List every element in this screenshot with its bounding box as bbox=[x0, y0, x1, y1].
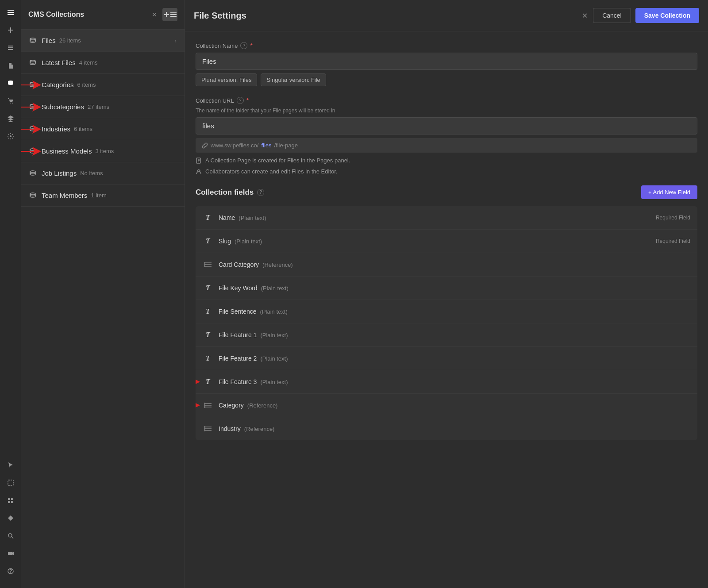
collection-url-label: Collection URL ? * bbox=[196, 97, 697, 104]
collection-fields-help-icon[interactable]: ? bbox=[257, 189, 264, 196]
collection-name: Job Listings bbox=[42, 169, 77, 177]
collection-item[interactable]: Business Models 3 items bbox=[21, 140, 185, 162]
field-type: (Plain text) bbox=[261, 285, 289, 292]
cancel-button[interactable]: Cancel bbox=[593, 8, 631, 23]
page-icon[interactable] bbox=[3, 58, 19, 73]
cart-icon[interactable] bbox=[3, 93, 19, 109]
database-icon[interactable] bbox=[3, 75, 19, 91]
logo-icon[interactable] bbox=[3, 4, 19, 20]
collection-name-help-icon[interactable]: ? bbox=[240, 42, 247, 49]
collection-count: 26 items bbox=[59, 37, 81, 44]
settings-close-button[interactable]: ✕ bbox=[582, 12, 588, 20]
field-type-reference-icon bbox=[203, 423, 213, 434]
required-badge: Required Field bbox=[656, 238, 690, 244]
field-type-text-icon: T bbox=[203, 330, 213, 340]
field-name: Category bbox=[219, 402, 244, 409]
add-new-field-button[interactable]: + Add New Field bbox=[641, 185, 697, 199]
field-type: (Plain text) bbox=[260, 308, 288, 315]
collection-name: Categories bbox=[42, 81, 74, 88]
cursor-icon[interactable] bbox=[3, 457, 19, 473]
field-row[interactable]: T File Key Word (Plain text) bbox=[196, 277, 697, 300]
gear-icon[interactable] bbox=[3, 128, 19, 144]
collection-item[interactable]: Team Members 1 item bbox=[21, 184, 185, 207]
svg-point-7 bbox=[12, 103, 13, 104]
collection-count: 27 items bbox=[88, 104, 109, 110]
collection-name: Latest Files bbox=[42, 59, 76, 66]
field-row[interactable]: T Slug (Plain text) Required Field bbox=[196, 230, 697, 253]
save-collection-button[interactable]: Save Collection bbox=[635, 8, 699, 23]
field-row[interactable]: Category (Reference) bbox=[196, 394, 697, 417]
collaborator-info-icon bbox=[196, 169, 202, 175]
help-icon[interactable] bbox=[3, 563, 19, 579]
cms-add-collection-button[interactable] bbox=[162, 8, 177, 21]
svg-rect-4 bbox=[8, 49, 13, 50]
layers-icon[interactable] bbox=[3, 111, 19, 127]
collection-item[interactable]: Job Listings No items bbox=[21, 162, 185, 184]
field-name: Industry bbox=[219, 425, 241, 432]
field-row[interactable]: T File Feature 3 (Plain text) bbox=[196, 370, 697, 394]
svg-point-6 bbox=[10, 103, 11, 104]
collection-name-required-indicator: * bbox=[250, 42, 252, 49]
cms-collections-panel: CMS Collections ✕ bbox=[21, 0, 185, 588]
field-type-text-icon: T bbox=[203, 377, 213, 387]
field-type-text-icon: T bbox=[203, 283, 213, 293]
collection-name-input[interactable] bbox=[196, 53, 697, 70]
collection-item[interactable]: Latest Files 4 items bbox=[21, 52, 185, 74]
plus-icon[interactable] bbox=[3, 22, 19, 38]
collection-item[interactable]: Files 26 items › bbox=[21, 30, 185, 52]
field-row[interactable]: T File Feature 2 (Plain text) bbox=[196, 347, 697, 370]
field-type-reference-icon bbox=[203, 259, 213, 270]
svg-point-25 bbox=[30, 82, 35, 84]
field-type-reference-icon bbox=[203, 400, 213, 411]
singular-version-tag[interactable]: Singular version: File bbox=[261, 73, 326, 86]
field-row[interactable]: Card Category (Reference) bbox=[196, 253, 697, 277]
collection-url-help-icon[interactable]: ? bbox=[237, 97, 244, 104]
left-toolbar bbox=[0, 0, 21, 588]
component-icon[interactable] bbox=[3, 510, 19, 526]
collection-item[interactable]: Categories 6 items bbox=[21, 74, 185, 96]
search-icon[interactable] bbox=[3, 528, 19, 544]
singular-version-label: Singular version: bbox=[266, 77, 311, 83]
svg-rect-20 bbox=[170, 14, 177, 15]
collection-name-group: Collection Name ? * Plural version: File… bbox=[196, 42, 697, 86]
field-row[interactable]: T Name (Plain text) Required Field bbox=[196, 206, 697, 230]
svg-point-27 bbox=[30, 104, 35, 106]
marquee-icon[interactable] bbox=[3, 475, 19, 491]
field-type: (Plain text) bbox=[260, 355, 288, 362]
cms-panel-close-button[interactable]: ✕ bbox=[150, 10, 159, 19]
svg-point-31 bbox=[30, 149, 35, 150]
collection-count: 6 items bbox=[74, 126, 92, 132]
plural-version-tag[interactable]: Plural version: Files bbox=[196, 73, 257, 86]
field-row[interactable]: T File Sentence (Plain text) bbox=[196, 300, 697, 323]
video-icon[interactable] bbox=[3, 546, 19, 561]
svg-point-32 bbox=[30, 171, 35, 173]
svg-point-8 bbox=[10, 135, 12, 137]
field-row[interactable]: Industry (Reference) bbox=[196, 417, 697, 440]
field-type-text-icon: T bbox=[203, 353, 213, 364]
field-type: (Plain text) bbox=[260, 332, 288, 338]
collection-url-group: Collection URL ? * The name of the folde… bbox=[196, 97, 697, 175]
field-type: (Plain text) bbox=[235, 238, 262, 245]
field-type-text-icon: T bbox=[203, 306, 213, 317]
collection-url-input[interactable] bbox=[196, 117, 697, 135]
plural-version-label: Plural version: bbox=[201, 77, 239, 83]
plural-version-value: Files bbox=[239, 77, 251, 83]
url-display: www.swipefiles.co/files/file-page bbox=[196, 138, 697, 153]
field-row[interactable]: T File Feature 1 (Plain text) bbox=[196, 323, 697, 347]
collection-stack-icon bbox=[29, 169, 36, 177]
grid-icon[interactable] bbox=[3, 492, 19, 508]
svg-rect-13 bbox=[11, 501, 13, 503]
collection-name: Team Members bbox=[42, 192, 87, 199]
svg-rect-19 bbox=[170, 12, 177, 13]
collection-url-required-indicator: * bbox=[246, 97, 249, 104]
menu-lines-icon[interactable] bbox=[3, 40, 19, 56]
svg-rect-11 bbox=[11, 498, 13, 500]
collection-item[interactable]: Subcategories 27 items bbox=[21, 96, 185, 118]
collection-fields-title: Collection fields ? bbox=[196, 188, 641, 197]
field-name: File Feature 3 bbox=[219, 378, 257, 385]
collection-item[interactable]: Industries 6 items bbox=[21, 118, 185, 140]
collection-name: Files bbox=[42, 37, 56, 44]
svg-point-14 bbox=[8, 534, 12, 537]
required-badge: Required Field bbox=[656, 215, 690, 221]
info-collaborators-text: Collaborators can create and edit Files … bbox=[205, 168, 337, 175]
